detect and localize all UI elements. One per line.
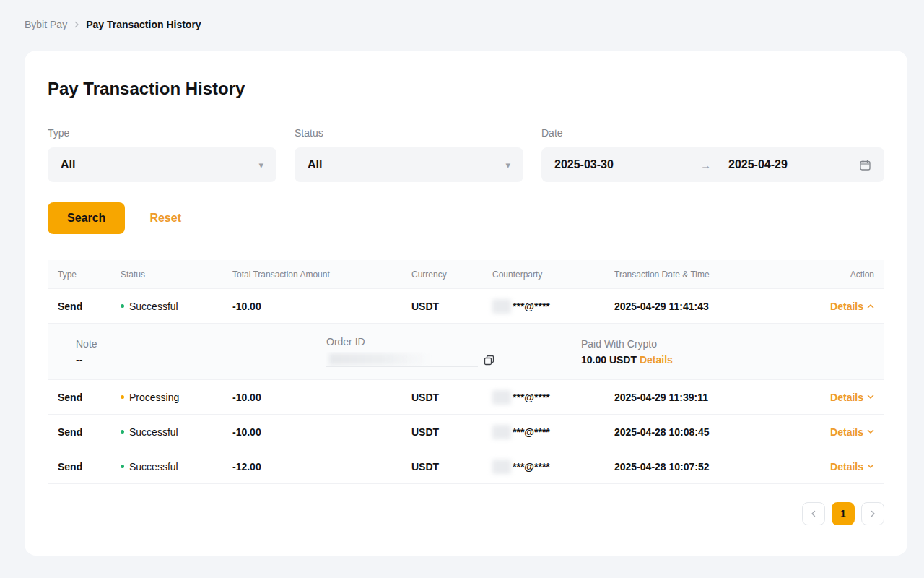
cell-counterparty: ***@**** <box>492 390 614 405</box>
status-dot-success <box>121 465 124 468</box>
paid-amount: 10.00 USDT <box>581 354 637 366</box>
status-text: Processing <box>129 392 179 403</box>
breadcrumb-bybit-pay[interactable]: Bybit Pay <box>25 19 67 30</box>
header-status: Status <box>121 269 232 280</box>
cell-amount: -10.00 <box>232 426 411 438</box>
chevron-up-icon <box>867 303 874 309</box>
details-label: Details <box>830 301 863 312</box>
details-toggle[interactable]: Details <box>830 461 874 473</box>
status-dot-success <box>121 304 124 308</box>
type-select-value: All <box>61 158 75 171</box>
chevron-down-icon <box>867 464 874 469</box>
cell-datetime: 2025-04-29 11:39:11 <box>614 392 794 403</box>
status-select-value: All <box>308 158 322 171</box>
caret-down-icon: ▾ <box>505 160 510 171</box>
cell-action: Details <box>794 461 874 473</box>
copy-icon[interactable] <box>484 355 494 367</box>
counterparty-text: ***@**** <box>513 392 550 403</box>
header-type: Type <box>58 269 121 280</box>
cell-currency: USDT <box>411 426 492 438</box>
redacted-blur <box>492 299 511 314</box>
chevron-left-icon <box>811 510 816 517</box>
search-button[interactable]: Search <box>48 202 125 234</box>
pagination-next-button[interactable] <box>861 502 884 525</box>
cell-counterparty: ***@**** <box>492 299 614 314</box>
redacted-blur <box>492 460 511 474</box>
cell-type: Send <box>58 426 121 438</box>
pagination-page-1-button[interactable]: 1 <box>832 502 855 525</box>
pagination-prev-button[interactable] <box>802 502 825 525</box>
cell-type: Send <box>58 392 121 403</box>
filters-bar: Type All ▾ Status All ▾ Date 2025-03-30 … <box>48 127 884 182</box>
details-toggle[interactable]: Details <box>830 301 874 312</box>
arrow-right-icon: → <box>700 159 711 171</box>
details-label: Details <box>830 392 863 403</box>
cell-currency: USDT <box>411 301 492 312</box>
paid-details-link[interactable]: Details <box>640 354 673 366</box>
details-toggle[interactable]: Details <box>830 426 874 438</box>
date-start-value[interactable]: 2025-03-30 <box>554 158 700 171</box>
redacted-blur <box>492 390 511 405</box>
cell-status: Successful <box>121 426 232 438</box>
table-header-row: Type Status Total Transaction Amount Cur… <box>48 260 884 289</box>
status-select[interactable]: All ▾ <box>295 147 523 182</box>
expanded-detail-panel: Note -- Order ID Paid With Crypto 10.00 … <box>48 324 884 380</box>
cell-action: Details <box>794 301 874 312</box>
cell-action: Details <box>794 392 874 403</box>
cell-amount: -12.00 <box>232 461 411 473</box>
cell-datetime: 2025-04-29 11:41:43 <box>614 301 794 312</box>
cell-counterparty: ***@**** <box>492 460 614 474</box>
calendar-icon[interactable] <box>859 159 871 171</box>
order-id-detail: Order ID <box>326 336 581 367</box>
cell-status: Processing <box>121 392 232 403</box>
type-filter-group: Type All ▾ <box>48 127 276 182</box>
chevron-down-icon <box>867 429 874 434</box>
cell-action: Details <box>794 426 874 438</box>
status-filter-label: Status <box>295 127 523 142</box>
details-toggle[interactable]: Details <box>830 392 874 403</box>
cell-amount: -10.00 <box>232 301 411 312</box>
status-text: Successful <box>129 461 178 473</box>
status-dot-processing <box>121 395 124 399</box>
page-title: Pay Transaction History <box>48 78 884 100</box>
header-datetime: Transaction Date & Time <box>614 269 794 280</box>
date-filter-label: Date <box>541 127 884 142</box>
order-id-redacted-blur <box>326 352 478 367</box>
status-text: Successful <box>129 301 178 312</box>
counterparty-text: ***@**** <box>513 426 550 438</box>
note-label: Note <box>76 338 326 350</box>
pagination: 1 <box>48 502 884 525</box>
header-currency: Currency <box>411 269 492 280</box>
cell-datetime: 2025-04-28 10:08:45 <box>614 426 794 438</box>
cell-amount: -10.00 <box>232 392 411 403</box>
cell-status: Successful <box>121 461 232 473</box>
cell-currency: USDT <box>411 461 492 473</box>
date-end-value[interactable]: 2025-04-29 <box>728 158 788 171</box>
details-label: Details <box>830 461 863 473</box>
date-range-picker[interactable]: 2025-03-30 → 2025-04-29 <box>541 147 884 182</box>
details-label: Details <box>830 426 863 438</box>
filter-actions: Search Reset <box>48 202 884 234</box>
header-counterparty: Counterparty <box>492 269 614 280</box>
cell-datetime: 2025-04-28 10:07:52 <box>614 461 794 473</box>
reset-button[interactable]: Reset <box>149 212 181 225</box>
order-id-value <box>326 352 581 367</box>
chevron-down-icon <box>867 394 874 400</box>
cell-currency: USDT <box>411 392 492 403</box>
cell-type: Send <box>58 461 121 473</box>
status-filter-group: Status All ▾ <box>295 127 523 182</box>
table-row: Send Successful -12.00 USDT ***@**** 202… <box>48 449 884 484</box>
counterparty-text: ***@**** <box>513 301 550 312</box>
breadcrumb-current: Pay Transaction History <box>86 19 201 30</box>
note-detail: Note -- <box>76 338 326 366</box>
caret-down-icon: ▾ <box>258 160 263 171</box>
chevron-right-icon <box>73 21 80 28</box>
status-dot-success <box>121 430 124 434</box>
breadcrumb: Bybit Pay Pay Transaction History <box>0 0 924 30</box>
type-filter-label: Type <box>48 127 276 142</box>
chevron-right-icon <box>870 510 876 517</box>
table-row: Send Processing -10.00 USDT ***@**** 202… <box>48 380 884 415</box>
header-amount: Total Transaction Amount <box>232 269 411 280</box>
type-select[interactable]: All ▾ <box>48 147 276 182</box>
cell-status: Successful <box>121 301 232 312</box>
